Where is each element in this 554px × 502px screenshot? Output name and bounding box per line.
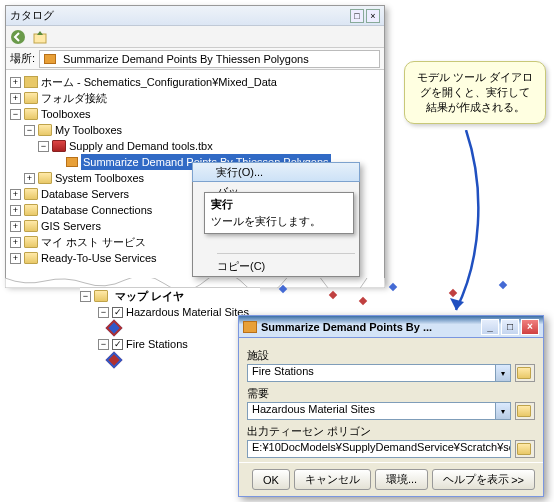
demand-input[interactable]: Hazardous Material Sites▾ — [247, 402, 511, 420]
hammer-icon — [44, 54, 56, 64]
folder-icon — [24, 188, 38, 200]
cancel-button[interactable]: キャンセル — [294, 469, 371, 490]
tree-db-servers[interactable]: Database Servers — [41, 186, 129, 202]
tree-home[interactable]: ホーム - Schematics_Configuration¥Mixed_Dat… — [41, 74, 277, 90]
expander[interactable]: + — [24, 173, 35, 184]
tool-dialog: Summarize Demand Points By ... _ □ × 施設 … — [238, 315, 544, 497]
location-bar: 場所: Summarize Demand Points By Thiessen … — [6, 48, 384, 70]
expander[interactable]: + — [10, 237, 21, 248]
dialog-titlebar[interactable]: Summarize Demand Points By ... _ □ × — [239, 316, 543, 338]
dropdown-arrow-icon[interactable]: ▾ — [495, 403, 510, 419]
expander[interactable]: − — [98, 307, 109, 318]
folder-icon — [517, 443, 531, 455]
expander[interactable]: − — [80, 291, 91, 302]
tree-db-connections[interactable]: Database Connections — [41, 202, 152, 218]
tree-supply-toolbox[interactable]: Supply and Demand tools.tbx — [69, 138, 213, 154]
tooltip-title: 実行 — [211, 197, 347, 212]
layer-hazmat[interactable]: Hazardous Material Sites — [126, 306, 249, 318]
dialog-body: 施設 Fire Stations▾ 需要 Hazardous Material … — [239, 338, 543, 462]
hammer-icon — [66, 157, 78, 167]
tree-gis-servers[interactable]: GIS Servers — [41, 218, 101, 234]
catalog-toolbar — [6, 26, 384, 48]
tree-ready-services[interactable]: Ready-To-Use Services — [41, 250, 157, 266]
tree-system-toolboxes[interactable]: System Toolboxes — [55, 170, 144, 186]
output-input[interactable]: E:¥10DocModels¥SupplyDemandService¥Scrat… — [247, 440, 511, 458]
expander[interactable]: − — [38, 141, 49, 152]
expander[interactable]: + — [10, 77, 21, 88]
svg-point-0 — [11, 30, 25, 44]
expander[interactable]: − — [10, 109, 21, 120]
tooltip-body: ツールを実行します。 — [211, 214, 347, 229]
minimize-button[interactable]: _ — [481, 319, 499, 335]
folder-icon — [24, 204, 38, 216]
toolbox-icon — [52, 140, 66, 152]
folder-icon — [94, 290, 108, 302]
folder-icon — [38, 124, 52, 136]
close-button[interactable]: × — [521, 319, 539, 335]
expander[interactable]: − — [24, 125, 35, 136]
folder-icon — [24, 220, 38, 232]
folder-icon — [38, 172, 52, 184]
browse-button[interactable] — [515, 402, 535, 420]
folder-icon — [517, 405, 531, 417]
dialog-buttons: OK キャンセル 環境... ヘルプを表示 >> — [239, 462, 543, 496]
back-button[interactable] — [10, 29, 26, 45]
expander[interactable]: − — [98, 339, 109, 350]
arrow-annotation — [426, 130, 506, 330]
folder-icon — [24, 236, 38, 248]
environments-button[interactable]: 環境... — [375, 469, 428, 490]
location-field[interactable]: Summarize Demand Points By Thiessen Poly… — [39, 50, 380, 68]
checkbox-fire[interactable] — [112, 339, 123, 350]
chevron-right-icon: >> — [511, 474, 524, 486]
expander[interactable]: + — [10, 221, 21, 232]
expander[interactable]: + — [10, 253, 21, 264]
layer-fire[interactable]: Fire Stations — [126, 338, 188, 350]
ctx-open[interactable]: 実行(O)... — [192, 162, 360, 182]
ctx-separator — [217, 253, 355, 254]
hammer-icon — [243, 321, 257, 333]
dialog-title: Summarize Demand Points By ... — [261, 321, 479, 333]
browse-button[interactable] — [515, 440, 535, 458]
svg-rect-1 — [34, 34, 46, 43]
demand-label: 需要 — [247, 386, 535, 401]
hazmat-symbol — [106, 320, 123, 337]
close-button[interactable]: × — [366, 9, 380, 23]
tree-my-toolboxes[interactable]: My Toolboxes — [55, 122, 122, 138]
browse-button[interactable] — [515, 364, 535, 382]
help-button[interactable]: ヘルプを表示 >> — [432, 469, 535, 490]
expander[interactable]: + — [10, 93, 21, 104]
output-label: 出力ティーセン ポリゴン — [247, 424, 535, 439]
expander[interactable]: + — [10, 189, 21, 200]
maximize-button[interactable]: □ — [501, 319, 519, 335]
facility-label: 施設 — [247, 348, 535, 363]
tree-toolboxes[interactable]: Toolboxes — [41, 106, 91, 122]
dropdown-arrow-icon[interactable]: ▾ — [495, 365, 510, 381]
tooltip: 実行 ツールを実行します。 — [204, 192, 354, 234]
checkbox-hazmat[interactable] — [112, 307, 123, 318]
expander[interactable]: + — [10, 205, 21, 216]
home-icon — [24, 76, 38, 88]
catalog-titlebar[interactable]: カタログ □ × — [6, 6, 384, 26]
ok-button[interactable]: OK — [252, 469, 290, 490]
tree-folder-connections[interactable]: フォルダ接続 — [41, 90, 107, 106]
facility-input[interactable]: Fire Stations▾ — [247, 364, 511, 382]
location-text: Summarize Demand Points By Thiessen Poly… — [63, 53, 309, 65]
folder-icon — [24, 92, 38, 104]
catalog-title: カタログ — [10, 8, 348, 23]
callout-note: モデル ツール ダイアログを開くと、実行して結果が作成される。 — [404, 61, 546, 124]
folder-icon — [517, 367, 531, 379]
up-button[interactable] — [32, 29, 48, 45]
ctx-copy[interactable]: コピー(C) — [193, 256, 359, 276]
fire-symbol — [106, 352, 123, 369]
folder-icon — [24, 252, 38, 264]
map-layers-panel: −マップ レイヤ −Hazardous Material Sites −Fire… — [80, 287, 260, 368]
auto-hide-button[interactable]: □ — [350, 9, 364, 23]
location-label: 場所: — [10, 51, 35, 66]
tree-host-services[interactable]: マイ ホスト サービス — [41, 234, 146, 250]
map-layers-header[interactable]: マップ レイヤ — [111, 287, 188, 306]
folder-icon — [24, 108, 38, 120]
